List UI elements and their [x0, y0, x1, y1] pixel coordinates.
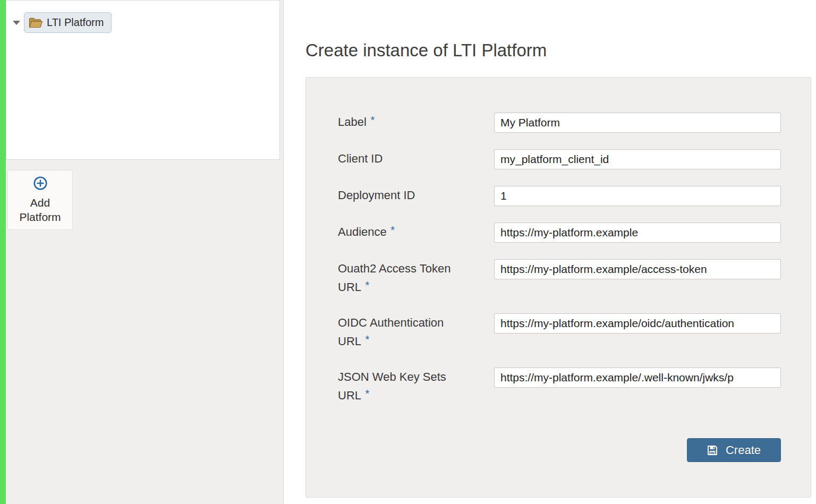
plus-circle-icon [33, 176, 48, 191]
required-asterisk: * [362, 388, 369, 399]
add-platform-button[interactable]: Add Platform [7, 170, 73, 230]
form-row-label: Label * [338, 113, 781, 133]
form-row-json-web-key-sets-url: JSON Web Key Sets URL * [338, 368, 781, 405]
oauth2-access-token-url-input[interactable] [494, 259, 781, 279]
open-folder-icon [29, 17, 43, 29]
field-label: OIDC Authentication URL * [338, 313, 494, 351]
add-platform-label: Add Platform [16, 195, 65, 224]
client-id-input[interactable] [494, 149, 781, 169]
field-label: Ouath2 Access Token URL * [338, 259, 494, 297]
form-row-deployment-id: Deployment ID [338, 186, 781, 206]
field-label: JSON Web Key Sets URL * [338, 368, 494, 405]
required-asterisk: * [368, 114, 375, 126]
form-actions: Create [338, 438, 781, 462]
create-button-label: Create [726, 443, 761, 457]
field-label: Label * [338, 113, 494, 132]
field-label: Client ID [338, 149, 494, 168]
tree-item-lti-platform[interactable]: LTI Platform [24, 12, 112, 33]
tree-item-label: LTI Platform [47, 16, 104, 29]
expand-caret-icon[interactable] [13, 21, 20, 25]
audience-input[interactable] [494, 223, 781, 243]
deployment-id-input[interactable] [494, 186, 781, 206]
json-web-key-sets-url-input[interactable] [494, 368, 781, 388]
tree-row: LTI Platform [13, 12, 279, 33]
page-title: Create instance of LTI Platform [305, 40, 547, 61]
form-row-client-id: Client ID [338, 149, 781, 169]
main-content: Create instance of LTI Platform Label * … [284, 0, 816, 504]
sidebar: LTI Platform Add Platform [0, 0, 284, 504]
save-icon [707, 445, 718, 456]
form-row-audience: Audience * [338, 223, 781, 243]
required-asterisk: * [362, 334, 369, 345]
create-platform-form: Label * Client ID Deployment ID Audience… [305, 77, 811, 498]
tree-panel: LTI Platform [6, 0, 280, 160]
required-asterisk: * [362, 279, 369, 291]
oidc-authentication-url-input[interactable] [494, 313, 781, 334]
field-label: Deployment ID [338, 186, 494, 204]
accent-bar [0, 0, 6, 504]
create-button[interactable]: Create [687, 438, 781, 462]
form-rows: Label * Client ID Deployment ID Audience… [338, 113, 781, 405]
required-asterisk: * [388, 224, 395, 236]
label-input[interactable] [494, 113, 781, 133]
form-row-oidc-authentication-url: OIDC Authentication URL * [338, 313, 781, 351]
field-label: Audience * [338, 223, 494, 242]
form-row-oauth2-access-token-url: Ouath2 Access Token URL * [338, 259, 781, 297]
